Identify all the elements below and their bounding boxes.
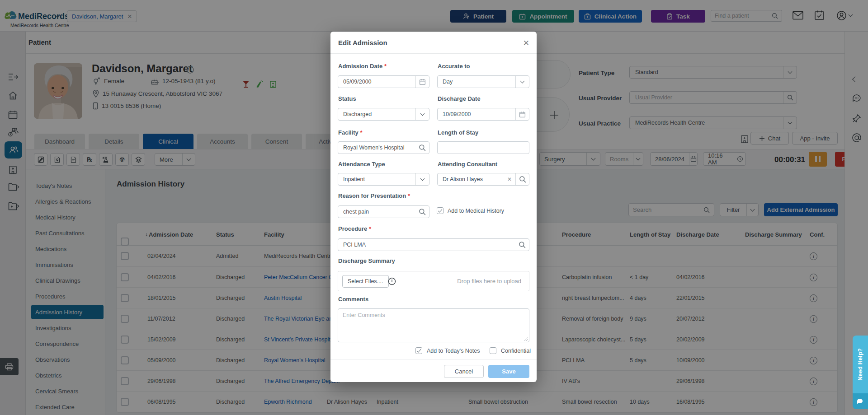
comments-textarea[interactable]: Enter Comments bbox=[338, 308, 529, 342]
cancel-button[interactable]: Cancel bbox=[444, 365, 484, 378]
length-of-stay-label: Length of Stay bbox=[438, 129, 478, 136]
add-todays-notes-label: Add to Today's Notes bbox=[427, 348, 480, 354]
need-help-widget[interactable]: Need Help? bbox=[853, 336, 868, 409]
attending-consultant-field[interactable]: Dr Alison Hayes ✕ bbox=[437, 173, 529, 186]
facility-label: Facility * bbox=[338, 129, 362, 136]
search-icon bbox=[419, 144, 426, 151]
save-button[interactable]: Save bbox=[488, 365, 529, 378]
clear-icon[interactable]: ✕ bbox=[507, 176, 515, 182]
reason-field[interactable]: chest pain bbox=[338, 205, 429, 218]
status-select[interactable]: Discharged bbox=[338, 108, 429, 121]
length-of-stay-input[interactable] bbox=[437, 141, 529, 154]
admission-date-label: Admission Date * bbox=[338, 63, 387, 70]
modal-header: Edit Admission ✕ bbox=[330, 32, 537, 54]
modal-close-icon[interactable]: ✕ bbox=[523, 38, 529, 48]
procedure-label: Procedure * bbox=[338, 225, 371, 232]
calendar-icon bbox=[519, 111, 526, 118]
add-todays-notes-checkbox[interactable] bbox=[415, 347, 422, 354]
procedure-field[interactable]: PCI LMA bbox=[338, 238, 529, 251]
accurate-to-select[interactable]: Day bbox=[437, 75, 529, 88]
discharge-summary-label: Discharge Summary bbox=[338, 257, 395, 264]
facility-field[interactable]: Royal Women's Hospital bbox=[338, 141, 429, 154]
medirecords-app: MediRecords MediRecords Health Centre Da… bbox=[0, 0, 868, 415]
confidential-checkbox[interactable] bbox=[490, 347, 496, 354]
add-medical-history-checkbox[interactable] bbox=[437, 207, 443, 214]
reason-label: Reason for Presentation * bbox=[338, 192, 410, 199]
accurate-to-label: Accurate to bbox=[438, 63, 470, 70]
discharge-summary-upload: Select Files.... Drop files here to uplo… bbox=[338, 271, 529, 291]
select-files-button[interactable]: Select Files.... bbox=[342, 275, 389, 288]
discharge-date-field[interactable]: 10/09/2000 bbox=[437, 108, 529, 121]
attendance-type-label: Attendance Type bbox=[338, 161, 385, 168]
calendar-icon bbox=[419, 79, 426, 85]
add-medical-history-label: Add to Medical History bbox=[448, 208, 504, 214]
help-chat-icon[interactable] bbox=[853, 393, 868, 409]
attendance-type-select[interactable]: Inpatient bbox=[338, 173, 429, 186]
comments-label: Comments bbox=[338, 296, 368, 303]
status-label: Status bbox=[338, 95, 356, 102]
search-icon bbox=[419, 208, 426, 215]
discharge-date-label: Discharge Date bbox=[438, 95, 481, 102]
upload-info-icon bbox=[388, 277, 396, 285]
attending-consultant-label: Attending Consultant bbox=[438, 161, 497, 168]
modal-title: Edit Admission bbox=[338, 39, 387, 47]
confidential-label: Confidential bbox=[501, 348, 531, 354]
resize-handle[interactable] bbox=[524, 337, 528, 341]
need-help-label[interactable]: Need Help? bbox=[857, 348, 863, 381]
search-icon bbox=[519, 176, 526, 183]
admission-date-field[interactable]: 05/09/2000 bbox=[338, 75, 429, 88]
search-icon bbox=[519, 241, 526, 248]
edit-admission-modal: Edit Admission ✕ Admission Date * 05/09/… bbox=[330, 32, 537, 382]
drop-files-hint: Drop files here to upload bbox=[457, 278, 521, 284]
